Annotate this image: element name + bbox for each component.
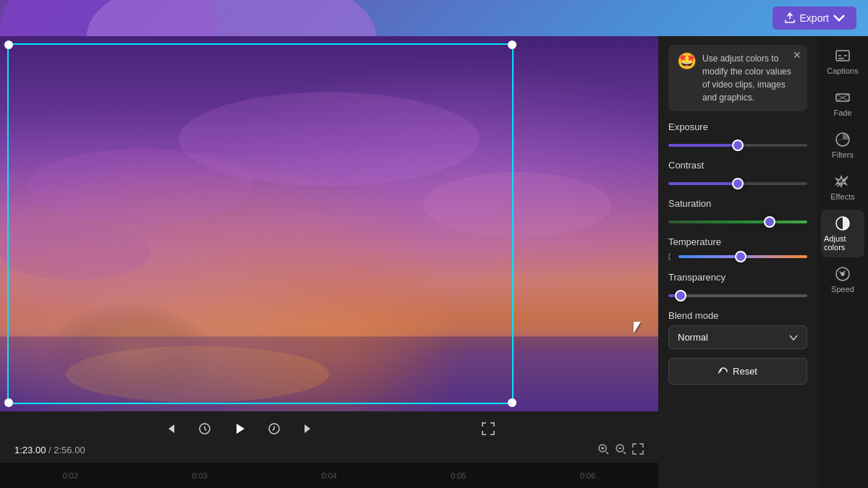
video-image [0,36,658,411]
expand-icon [668,252,676,262]
blend-chevron-icon [789,335,798,341]
rewind-button[interactable] [193,417,216,440]
svg-rect-0 [0,36,658,411]
reset-icon [718,367,728,377]
fit-button[interactable] [632,443,644,457]
zoom-in-icon [597,443,609,455]
exposure-slider[interactable] [668,144,807,147]
blend-mode-select[interactable]: Normal [668,325,807,349]
contrast-slider[interactable] [668,182,807,185]
skip-back-icon [163,421,177,436]
right-panel-inner: 🤩 Use adjust colors to modify the color … [658,36,868,488]
speed-label: Speed [831,285,854,294]
timeline-bar: 0:02 0:03 0:04 0:05 0:06 [0,463,658,488]
play-icon [231,420,248,437]
fit-icon [632,443,644,455]
contrast-label: Contrast [668,160,807,171]
playback-bar: 1:23.00 / 2:56.00 [0,411,658,463]
zoom-in-button[interactable] [597,443,609,457]
svg-point-1 [28,205,367,412]
tooltip-box: 🤩 Use adjust colors to modify the color … [668,45,807,111]
sidebar-item-fade[interactable]: Fade [821,84,864,123]
reset-button[interactable]: Reset [668,358,807,385]
tick-0: 0:02 [6,471,135,480]
speed-icon [835,266,851,282]
tooltip-close-button[interactable]: ✕ [793,49,801,61]
temperature-label: Temperature [668,236,807,247]
adjust-panel: 🤩 Use adjust colors to modify the color … [658,36,817,488]
sidebar-item-captions[interactable]: Captions [821,42,864,81]
time-display: 1:23.00 / 2:56.00 [14,445,85,455]
zoom-controls [597,443,644,457]
skip-forward-button[interactable] [297,417,320,440]
saturation-label: Saturation [668,198,807,209]
svg-rect-12 [836,51,849,61]
fullscreen-button[interactable] [477,417,500,440]
main-container: Export [0,0,868,488]
panel-content: 🤩 Use adjust colors to modify the color … [658,36,817,488]
transparency-section: Transparency [668,272,807,300]
top-bar: Export [0,0,868,36]
svg-rect-6 [0,337,658,412]
transparency-slider[interactable] [668,294,807,297]
captions-label: Captions [827,67,858,75]
sidebar-item-speed[interactable]: Speed [821,260,864,299]
blend-mode-label: Blend mode [668,310,807,321]
tick-1: 0:03 [135,471,265,480]
adjust-label: Adjust colors [824,234,861,252]
exposure-label: Exposure [668,121,807,132]
play-button[interactable] [228,417,251,440]
svg-point-7 [66,346,329,403]
zoom-out-button[interactable] [615,443,626,457]
export-button[interactable]: Export [773,7,856,30]
svg-point-19 [841,273,844,275]
exposure-section: Exposure [668,121,807,150]
sidebar-item-adjust[interactable]: Adjust colors [821,210,864,257]
time-and-zoom: 1:23.00 / 2:56.00 [12,443,647,457]
sidebar-item-filters[interactable]: Filters [821,126,864,165]
filters-label: Filters [832,150,854,159]
transparency-label: Transparency [668,272,807,283]
sidebar-icons: Captions Fade [817,36,868,488]
effects-label: Effects [830,192,854,201]
skip-forward-icon [302,421,316,436]
content-area: 1:23.00 / 2:56.00 [0,36,868,488]
export-chevron-icon [833,12,845,24]
time-total: 2:56.00 [54,445,85,455]
controls-row [12,417,647,440]
forward-icon [267,421,281,436]
captions-icon [835,48,851,64]
svg-point-4 [423,172,611,238]
blend-mode-value: Normal [678,332,708,343]
blend-section: Blend mode Normal [668,310,807,349]
export-icon [784,12,796,24]
time-current: 1:23.00 [14,445,46,455]
svg-point-5 [0,224,150,281]
fade-label: Fade [833,108,851,117]
fade-icon [835,90,851,106]
saturation-slider[interactable] [668,221,807,223]
right-panel: 🤩 Use adjust colors to modify the color … [658,36,868,488]
sidebar-item-effects[interactable]: Effects [821,168,864,207]
rewind-icon [197,421,212,436]
tick-2: 0:04 [265,471,394,480]
video-area: 1:23.00 / 2:56.00 [0,36,658,488]
export-label: Export [800,12,829,24]
temperature-section: Temperature [668,236,807,262]
contrast-section: Contrast [668,160,807,188]
tooltip-emoji: 🤩 [677,52,697,71]
fullscreen-icon [482,422,495,435]
forward-button[interactable] [263,417,286,440]
tick-4: 0:06 [523,471,652,480]
tick-3: 0:05 [393,471,523,480]
tooltip-text: Use adjust colors to modify the color va… [702,52,799,104]
saturation-section: Saturation [668,198,807,226]
skip-back-button[interactable] [158,417,182,440]
temperature-slider[interactable] [678,255,807,258]
adjust-icon [835,215,851,231]
reset-label: Reset [733,366,757,377]
video-overlay-svg [0,36,658,411]
filters-icon [835,132,851,147]
effects-icon [835,174,851,189]
video-preview [0,36,658,411]
